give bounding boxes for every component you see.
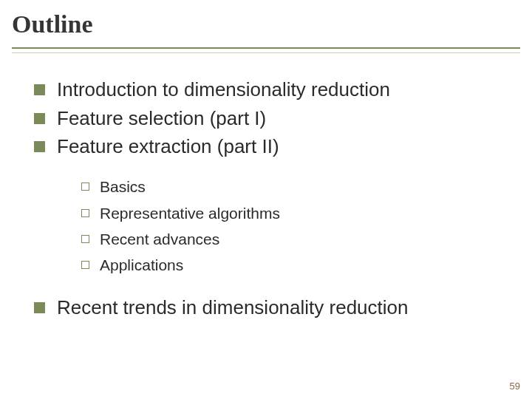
bullet-item: Recent trends in dimensionality reductio… [34,294,505,322]
title-rule-thick [12,47,520,49]
slide: Outline Introduction to dimensionality r… [0,0,532,399]
hollow-square-bullet-icon [81,183,89,191]
sub-bullet-item: Applications [81,254,505,276]
sub-bullet-text: Applications [100,254,183,276]
page-number: 59 [510,381,520,392]
sub-bullet-item: Representative algorithms [81,202,505,225]
sub-bullet-text: Basics [100,176,146,198]
bullet-text: Introduction to dimensionality reduction [57,76,390,104]
bullet-item: Feature selection (part I) [34,105,505,133]
sub-bullet-item: Recent advances [81,228,505,250]
bullet-text: Feature selection (part I) [57,105,266,133]
square-bullet-icon [34,113,45,124]
hollow-square-bullet-icon [81,209,89,217]
sub-bullet-item: Basics [81,176,505,198]
hollow-square-bullet-icon [81,261,89,269]
slide-title: Outline [12,10,520,43]
bullet-text: Feature extraction (part II) [57,133,279,161]
hollow-square-bullet-icon [81,235,89,243]
sub-bullet-list: Basics Representative algorithms Recent … [34,162,505,294]
slide-body: Introduction to dimensionality reduction… [12,53,520,322]
sub-bullet-text: Recent advances [100,228,219,250]
square-bullet-icon [34,141,45,152]
square-bullet-icon [34,302,45,313]
bullet-item: Introduction to dimensionality reduction [34,76,505,104]
bullet-text: Recent trends in dimensionality reductio… [57,294,408,322]
bullet-item: Feature extraction (part II) [34,133,505,161]
square-bullet-icon [34,84,45,95]
sub-bullet-text: Representative algorithms [100,202,280,225]
